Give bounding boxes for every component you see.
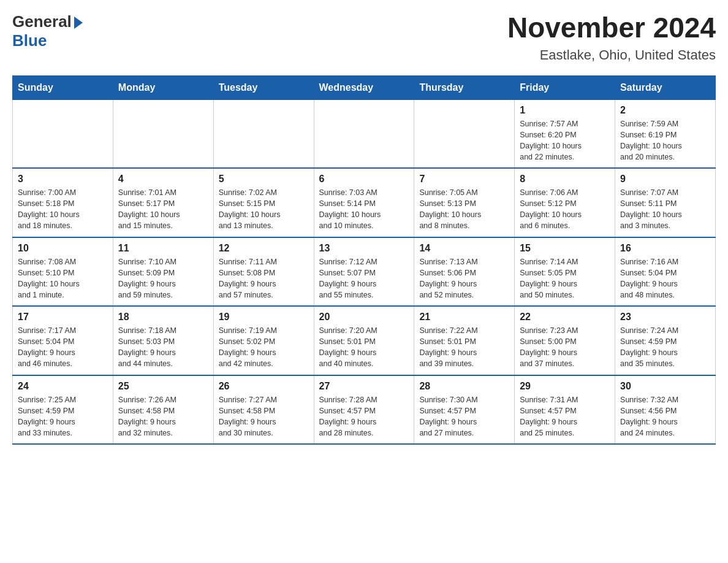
day-info: Sunrise: 7:57 AM Sunset: 6:20 PM Dayligh… — [520, 118, 610, 163]
day-number: 11 — [118, 243, 208, 254]
day-cell: 18Sunrise: 7:18 AM Sunset: 5:03 PM Dayli… — [113, 306, 213, 375]
calendar-body: 1Sunrise: 7:57 AM Sunset: 6:20 PM Daylig… — [13, 99, 716, 444]
day-info: Sunrise: 7:13 AM Sunset: 5:06 PM Dayligh… — [419, 256, 509, 301]
week-row-0: 1Sunrise: 7:57 AM Sunset: 6:20 PM Daylig… — [13, 99, 716, 168]
day-number: 6 — [319, 174, 409, 185]
day-number: 7 — [419, 174, 509, 185]
day-info: Sunrise: 7:10 AM Sunset: 5:09 PM Dayligh… — [118, 256, 208, 301]
day-cell — [414, 99, 515, 168]
day-of-week-tuesday: Tuesday — [213, 75, 314, 99]
day-cell: 14Sunrise: 7:13 AM Sunset: 5:06 PM Dayli… — [414, 237, 515, 307]
week-row-1: 3Sunrise: 7:00 AM Sunset: 5:18 PM Daylig… — [13, 168, 716, 237]
day-cell: 1Sunrise: 7:57 AM Sunset: 6:20 PM Daylig… — [515, 99, 615, 168]
logo-general: General — [12, 12, 72, 31]
day-of-week-friday: Friday — [515, 75, 615, 99]
day-cell: 13Sunrise: 7:12 AM Sunset: 5:07 PM Dayli… — [314, 237, 414, 307]
day-cell: 2Sunrise: 7:59 AM Sunset: 6:19 PM Daylig… — [615, 99, 716, 168]
day-cell: 30Sunrise: 7:32 AM Sunset: 4:56 PM Dayli… — [615, 375, 716, 445]
day-number: 18 — [118, 312, 208, 323]
day-cell: 8Sunrise: 7:06 AM Sunset: 5:12 PM Daylig… — [515, 168, 615, 237]
logo-blue-text: Blue — [12, 31, 47, 50]
day-cell: 17Sunrise: 7:17 AM Sunset: 5:04 PM Dayli… — [13, 306, 113, 375]
day-number: 26 — [219, 381, 309, 392]
day-info: Sunrise: 7:25 AM Sunset: 4:59 PM Dayligh… — [18, 394, 108, 439]
day-info: Sunrise: 7:19 AM Sunset: 5:02 PM Dayligh… — [219, 325, 309, 370]
day-number: 8 — [520, 174, 610, 185]
day-cell: 12Sunrise: 7:11 AM Sunset: 5:08 PM Dayli… — [213, 237, 314, 307]
day-cell: 15Sunrise: 7:14 AM Sunset: 5:05 PM Dayli… — [515, 237, 615, 307]
day-number: 17 — [18, 312, 108, 323]
day-info: Sunrise: 7:00 AM Sunset: 5:18 PM Dayligh… — [18, 187, 108, 232]
day-info: Sunrise: 7:23 AM Sunset: 5:00 PM Dayligh… — [520, 325, 610, 370]
day-number: 13 — [319, 243, 409, 254]
day-number: 28 — [419, 381, 509, 392]
week-row-2: 10Sunrise: 7:08 AM Sunset: 5:10 PM Dayli… — [13, 237, 716, 307]
day-number: 14 — [419, 243, 509, 254]
logo: General Blue — [12, 12, 83, 50]
day-cell: 25Sunrise: 7:26 AM Sunset: 4:58 PM Dayli… — [113, 375, 213, 445]
day-of-week-saturday: Saturday — [615, 75, 716, 99]
day-cell: 5Sunrise: 7:02 AM Sunset: 5:15 PM Daylig… — [213, 168, 314, 237]
day-info: Sunrise: 7:20 AM Sunset: 5:01 PM Dayligh… — [319, 325, 409, 370]
calendar-header: SundayMondayTuesdayWednesdayThursdayFrid… — [13, 75, 716, 99]
day-info: Sunrise: 7:22 AM Sunset: 5:01 PM Dayligh… — [419, 325, 509, 370]
day-number: 12 — [219, 243, 309, 254]
day-number: 2 — [620, 105, 710, 116]
day-of-week-thursday: Thursday — [414, 75, 515, 99]
day-number: 29 — [520, 381, 610, 392]
day-cell: 20Sunrise: 7:20 AM Sunset: 5:01 PM Dayli… — [314, 306, 414, 375]
day-cell: 24Sunrise: 7:25 AM Sunset: 4:59 PM Dayli… — [13, 375, 113, 445]
day-cell — [314, 99, 414, 168]
title-block: November 2024 Eastlake, Ohio, United Sta… — [507, 12, 716, 63]
day-cell: 11Sunrise: 7:10 AM Sunset: 5:09 PM Dayli… — [113, 237, 213, 307]
day-cell: 6Sunrise: 7:03 AM Sunset: 5:14 PM Daylig… — [314, 168, 414, 237]
calendar-table: SundayMondayTuesdayWednesdayThursdayFrid… — [12, 75, 716, 445]
day-cell: 9Sunrise: 7:07 AM Sunset: 5:11 PM Daylig… — [615, 168, 716, 237]
day-cell — [13, 99, 113, 168]
day-number: 20 — [319, 312, 409, 323]
day-cell: 23Sunrise: 7:24 AM Sunset: 4:59 PM Dayli… — [615, 306, 716, 375]
day-info: Sunrise: 7:06 AM Sunset: 5:12 PM Dayligh… — [520, 187, 610, 232]
day-of-week-wednesday: Wednesday — [314, 75, 414, 99]
day-cell: 29Sunrise: 7:31 AM Sunset: 4:57 PM Dayli… — [515, 375, 615, 445]
day-number: 5 — [219, 174, 309, 185]
day-info: Sunrise: 7:32 AM Sunset: 4:56 PM Dayligh… — [620, 394, 710, 439]
day-cell: 4Sunrise: 7:01 AM Sunset: 5:17 PM Daylig… — [113, 168, 213, 237]
day-cell: 16Sunrise: 7:16 AM Sunset: 5:04 PM Dayli… — [615, 237, 716, 307]
day-number: 9 — [620, 174, 710, 185]
day-number: 21 — [419, 312, 509, 323]
day-number: 19 — [219, 312, 309, 323]
day-info: Sunrise: 7:12 AM Sunset: 5:07 PM Dayligh… — [319, 256, 409, 301]
logo-arrow-icon — [74, 17, 83, 29]
day-cell — [113, 99, 213, 168]
day-cell: 19Sunrise: 7:19 AM Sunset: 5:02 PM Dayli… — [213, 306, 314, 375]
day-number: 27 — [319, 381, 409, 392]
day-number: 15 — [520, 243, 610, 254]
day-info: Sunrise: 7:07 AM Sunset: 5:11 PM Dayligh… — [620, 187, 710, 232]
day-cell: 7Sunrise: 7:05 AM Sunset: 5:13 PM Daylig… — [414, 168, 515, 237]
logo-general-text: General — [12, 12, 83, 31]
day-info: Sunrise: 7:02 AM Sunset: 5:15 PM Dayligh… — [219, 187, 309, 232]
day-cell: 3Sunrise: 7:00 AM Sunset: 5:18 PM Daylig… — [13, 168, 113, 237]
day-info: Sunrise: 7:14 AM Sunset: 5:05 PM Dayligh… — [520, 256, 610, 301]
day-info: Sunrise: 7:26 AM Sunset: 4:58 PM Dayligh… — [118, 394, 208, 439]
day-info: Sunrise: 7:11 AM Sunset: 5:08 PM Dayligh… — [219, 256, 309, 301]
day-number: 16 — [620, 243, 710, 254]
page-subtitle: Eastlake, Ohio, United States — [507, 47, 716, 63]
week-row-3: 17Sunrise: 7:17 AM Sunset: 5:04 PM Dayli… — [13, 306, 716, 375]
day-info: Sunrise: 7:03 AM Sunset: 5:14 PM Dayligh… — [319, 187, 409, 232]
day-cell: 10Sunrise: 7:08 AM Sunset: 5:10 PM Dayli… — [13, 237, 113, 307]
day-cell: 26Sunrise: 7:27 AM Sunset: 4:58 PM Dayli… — [213, 375, 314, 445]
day-info: Sunrise: 7:17 AM Sunset: 5:04 PM Dayligh… — [18, 325, 108, 370]
day-info: Sunrise: 7:16 AM Sunset: 5:04 PM Dayligh… — [620, 256, 710, 301]
day-info: Sunrise: 7:28 AM Sunset: 4:57 PM Dayligh… — [319, 394, 409, 439]
day-number: 25 — [118, 381, 208, 392]
day-info: Sunrise: 7:27 AM Sunset: 4:58 PM Dayligh… — [219, 394, 309, 439]
day-of-week-monday: Monday — [113, 75, 213, 99]
day-number: 10 — [18, 243, 108, 254]
page-header: General Blue November 2024 Eastlake, Ohi… — [12, 12, 716, 63]
day-info: Sunrise: 7:24 AM Sunset: 4:59 PM Dayligh… — [620, 325, 710, 370]
logo-blue: Blue — [12, 31, 47, 50]
day-cell: 27Sunrise: 7:28 AM Sunset: 4:57 PM Dayli… — [314, 375, 414, 445]
day-info: Sunrise: 7:18 AM Sunset: 5:03 PM Dayligh… — [118, 325, 208, 370]
